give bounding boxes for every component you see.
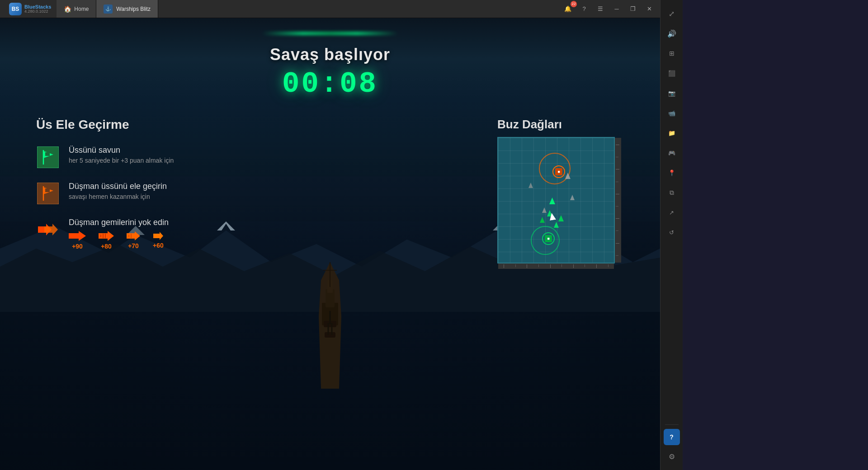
friendly-ship-cursor — [549, 197, 555, 206]
help-icon-sidebar: ? — [670, 433, 674, 441]
svg-rect-21 — [37, 183, 59, 204]
svg-rect-25 — [45, 188, 50, 192]
home-tab[interactable]: 🏠 Home — [57, 0, 96, 18]
bluestacks-icon: BS — [9, 3, 22, 15]
svg-marker-43 — [554, 222, 559, 228]
objective-destroy-icon — [36, 218, 60, 241]
close-icon: ✕ — [647, 5, 652, 12]
minimize-button[interactable]: ─ — [609, 3, 624, 15]
player-marker — [548, 212, 556, 222]
friendly-ship-3 — [554, 221, 559, 230]
location-icon: 📍 — [668, 169, 675, 176]
objective-destroy: Düşman gemilerini yok edin +90 — [36, 218, 298, 250]
rotate-button[interactable]: ↺ — [663, 223, 681, 241]
layers-button[interactable]: ⧉ — [663, 183, 681, 202]
restore-button[interactable]: ❐ — [626, 3, 640, 15]
friendly-ship-4 — [540, 216, 545, 225]
grid-button[interactable]: ⊞ — [663, 44, 681, 62]
grid-icon: ⊞ — [669, 50, 675, 57]
objective-capture: Düşman üssünü ele geçirin savaşı hemen k… — [36, 182, 298, 205]
close-button[interactable]: ✕ — [642, 3, 656, 15]
minimap-ruler-right — [615, 138, 621, 263]
svg-marker-40 — [542, 207, 547, 213]
screen-record-button[interactable]: ⬛ — [663, 64, 681, 82]
video-icon: 📹 — [668, 110, 675, 117]
menu-icon: ☰ — [598, 5, 603, 12]
objective-destroy-main: Düşman gemilerini yok edin — [69, 218, 298, 227]
objectives-title: Üs Ele Geçirme — [36, 118, 298, 132]
ship-svg — [303, 262, 357, 389]
expand-button[interactable]: ⤢ — [663, 5, 681, 23]
location-button[interactable]: 📍 — [663, 164, 681, 182]
minimap-container: ■ ■ — [497, 137, 615, 263]
objectives-panel: Üs Ele Geçirme Üssünü — [36, 118, 298, 263]
bell-icon: 🔔 — [564, 5, 571, 12]
kill-point-80: +80 — [99, 231, 114, 250]
enemy-ship-2 — [528, 182, 533, 190]
minimize-icon: ─ — [614, 5, 618, 12]
folder-button[interactable]: 📁 — [663, 124, 681, 142]
destroy-arrow-svg — [38, 223, 58, 236]
aurora-effect — [262, 32, 398, 35]
restore-icon: ❐ — [630, 5, 636, 12]
kp-label-60: +60 — [153, 242, 164, 249]
minimap-ruler-bottom — [498, 263, 614, 269]
objective-capture-main: Düşman üssünü ele geçirin — [69, 182, 298, 191]
enemy-ship-1 — [565, 173, 571, 181]
screen-record-icon: ⬛ — [668, 70, 675, 77]
bluestacks-logo: BS BlueStacks 4.280.0.1022 — [4, 0, 57, 18]
video-button[interactable]: 📹 — [663, 104, 681, 122]
kill-points-row: +90 +80 — [69, 231, 298, 250]
home-icon: 🏠 — [64, 5, 71, 13]
game-viewport: Savaş başlıyor 00:08 Üs Ele Geçirme — [0, 18, 660, 470]
game-tab-icon: ⚓ — [104, 5, 113, 14]
share-icon: ↗ — [669, 209, 674, 216]
friendly-base-symbol: ■ — [547, 236, 550, 241]
kp-label-80: +80 — [101, 243, 112, 250]
kp-icon-striped — [99, 231, 114, 241]
svg-rect-16 — [37, 146, 59, 168]
folder-icon: 📁 — [668, 130, 675, 136]
titlebar-controls: 🔔 22 ? ☰ ─ ❐ ✕ — [561, 3, 656, 15]
gamepad-icon: 🎮 — [668, 150, 675, 156]
battle-timer: 00:08 — [194, 68, 466, 100]
flag-green-svg — [37, 146, 59, 168]
right-sidebar: ⤢ 🔊 ⊞ ⬛ 📷 📹 📁 🎮 📍 ⧉ ↗ ↺ ? ⚙ — [660, 0, 683, 470]
notification-button[interactable]: 🔔 22 — [561, 3, 575, 15]
help-button[interactable]: ? — [577, 3, 591, 15]
flag-orange-svg — [37, 183, 59, 204]
expand-icon: ⤢ — [669, 9, 675, 18]
volume-icon: 🔊 — [667, 29, 676, 38]
battle-title: Savaş başlıyor — [194, 45, 466, 64]
game-tab[interactable]: ⚓ Warships Blitz — [96, 0, 158, 18]
settings-button-sidebar[interactable]: ⚙ — [663, 447, 681, 465]
screenshot-button[interactable]: 📷 — [663, 84, 681, 102]
svg-rect-20 — [45, 152, 50, 156]
notification-count: 22 — [571, 1, 577, 7]
screenshot-icon: 📷 — [668, 90, 675, 97]
friendly-ship-2 — [558, 215, 564, 223]
svg-marker-42 — [558, 215, 564, 221]
kill-point-60: +60 — [153, 232, 164, 249]
settings-icon-sidebar: ⚙ — [669, 452, 675, 461]
svg-marker-45 — [548, 212, 556, 221]
objective-defend-sub: her 5 saniyede bir +3 puan almak için — [69, 157, 298, 164]
menu-button[interactable]: ☰ — [593, 3, 608, 15]
kp-icon-medium — [127, 231, 140, 240]
enemy-ship-4 — [542, 207, 547, 215]
share-button[interactable]: ↗ — [663, 203, 681, 221]
kill-point-70: +70 — [127, 231, 140, 249]
app-version: 4.280.0.1022 — [24, 9, 51, 14]
objective-capture-icon — [36, 182, 60, 205]
kp-icon-large — [69, 231, 86, 241]
objective-defend: Üssünü savun her 5 saniyede bir +3 puan … — [36, 146, 298, 169]
minimap-panel: Buz Dağları ■ ■ — [497, 118, 624, 263]
gamepad-button[interactable]: 🎮 — [663, 144, 681, 162]
help-button-sidebar[interactable]: ? — [664, 429, 680, 445]
ship-silhouette — [303, 262, 357, 389]
volume-button[interactable]: 🔊 — [663, 24, 681, 42]
kp-label-70: +70 — [128, 242, 139, 249]
svg-marker-39 — [570, 195, 575, 200]
svg-marker-46 — [549, 197, 555, 204]
kp-label-90: +90 — [72, 243, 83, 250]
